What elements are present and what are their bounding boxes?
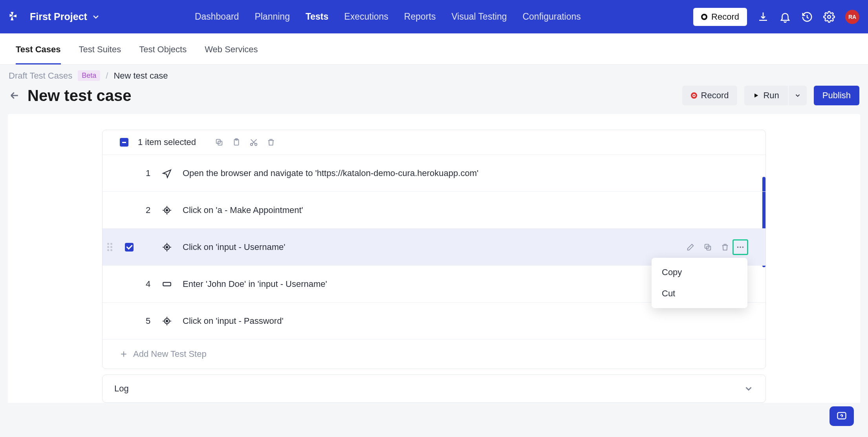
breadcrumb-root[interactable]: Draft Test Cases (9, 71, 72, 81)
breadcrumb-current: New test case (114, 71, 168, 81)
run-dropdown-toggle[interactable] (789, 86, 807, 105)
svg-point-15 (742, 246, 744, 248)
help-fab[interactable] (830, 406, 854, 426)
primary-nav: Dashboard Planning Tests Executions Repo… (195, 11, 581, 22)
sub-tabs: Test Cases Test Suites Test Objects Web … (0, 33, 868, 65)
breadcrumb-separator: / (106, 71, 108, 81)
work-area: 1 item selected 1Open the browser and na… (8, 114, 860, 403)
copy-icon[interactable] (215, 138, 223, 147)
trash-icon[interactable] (267, 138, 275, 147)
title-row: New test case Record Run Publish (0, 83, 868, 114)
tab-test-cases[interactable]: Test Cases (16, 44, 61, 64)
step-row-actions (686, 243, 729, 252)
test-step-row[interactable]: 1Open the browser and navigate to 'https… (103, 154, 765, 191)
step-description: Open the browser and navigate to 'https:… (176, 168, 748, 178)
help-icon (836, 411, 847, 422)
tab-web-services[interactable]: Web Services (205, 44, 258, 64)
user-avatar[interactable]: RA (845, 10, 859, 24)
nav-executions[interactable]: Executions (344, 11, 388, 22)
menu-item[interactable]: Copy (652, 262, 747, 283)
copy-icon[interactable] (703, 243, 712, 252)
paste-icon[interactable] (232, 138, 241, 147)
step-description: Click on 'input - Username' (176, 242, 686, 252)
record-button-top[interactable]: Record (693, 8, 747, 26)
tab-test-objects[interactable]: Test Objects (139, 44, 187, 64)
nav-visual-testing[interactable]: Visual Testing (451, 11, 507, 22)
beta-badge: Beta (78, 70, 100, 81)
svg-point-0 (828, 15, 831, 18)
run-button[interactable]: Run (744, 86, 787, 105)
chevron-down-icon (743, 384, 754, 394)
record-red-icon (691, 92, 697, 99)
ellipsis-icon (736, 243, 745, 252)
selection-actions (215, 138, 275, 147)
step-number: 1 (139, 168, 157, 178)
more-actions-button[interactable] (732, 239, 748, 255)
top-bar: First Project Dashboard Planning Tests E… (0, 0, 868, 33)
chevron-down-icon[interactable] (91, 12, 101, 22)
nav-configurations[interactable]: Configurations (522, 11, 580, 22)
run-button-group: Run (744, 86, 806, 105)
selection-count: 1 item selected (138, 137, 196, 147)
nav-tests[interactable]: Tests (306, 11, 328, 22)
drag-handle-icon[interactable] (107, 242, 114, 252)
step-checkbox[interactable] (125, 243, 134, 252)
nav-planning[interactable]: Planning (255, 11, 290, 22)
back-arrow-icon[interactable] (9, 90, 20, 101)
plus-icon (120, 350, 128, 358)
svg-rect-16 (163, 282, 171, 286)
trash-icon[interactable] (721, 243, 729, 252)
play-icon (753, 92, 759, 99)
test-step-row[interactable]: Click on 'input - Username'CopyCut (103, 228, 765, 265)
nav-dashboard[interactable]: Dashboard (195, 11, 239, 22)
test-step-row[interactable]: 2Click on 'a - Make Appointment' (103, 191, 765, 228)
svg-point-8 (166, 209, 168, 211)
bell-icon[interactable] (779, 11, 791, 23)
gear-icon[interactable] (823, 11, 835, 23)
add-new-step-button[interactable]: Add New Test Step (103, 339, 765, 369)
breadcrumb: Draft Test Cases Beta / New test case (0, 65, 868, 83)
select-all-checkbox[interactable] (120, 138, 128, 147)
log-label: Log (114, 384, 129, 394)
step-number: 2 (139, 205, 157, 215)
svg-point-18 (166, 320, 168, 321)
step-number: 5 (139, 316, 157, 326)
edit-icon[interactable] (686, 243, 695, 252)
selection-bar: 1 item selected (103, 130, 765, 154)
katalon-logo-icon (9, 11, 20, 23)
page-title: New test case (27, 87, 675, 105)
history-icon[interactable] (801, 11, 813, 23)
step-number: 4 (139, 279, 157, 289)
tab-test-suites[interactable]: Test Suites (79, 44, 121, 64)
steps-list: 1Open the browser and navigate to 'https… (103, 154, 765, 339)
download-icon[interactable] (757, 11, 769, 23)
record-button[interactable]: Record (682, 86, 738, 105)
chevron-down-icon (794, 92, 801, 99)
record-dot-icon (701, 14, 707, 20)
svg-point-10 (166, 246, 168, 248)
step-type-icon (157, 242, 176, 252)
project-title[interactable]: First Project (30, 11, 87, 22)
step-context-menu: CopyCut (652, 258, 747, 308)
svg-point-13 (737, 246, 739, 248)
cut-icon[interactable] (249, 138, 258, 147)
step-description: Click on 'a - Make Appointment' (176, 205, 748, 215)
step-description: Click on 'input - Password' (176, 316, 748, 326)
topbar-right: Record RA (693, 8, 859, 26)
step-type-icon (157, 168, 176, 178)
steps-card: 1 item selected 1Open the browser and na… (102, 130, 766, 369)
step-type-icon (157, 279, 176, 289)
step-type-icon (157, 205, 176, 215)
publish-button[interactable]: Publish (814, 86, 859, 105)
svg-point-14 (740, 246, 741, 248)
nav-reports[interactable]: Reports (404, 11, 436, 22)
menu-item[interactable]: Cut (652, 283, 747, 304)
step-type-icon (157, 316, 176, 326)
log-panel-toggle[interactable]: Log (102, 375, 766, 403)
